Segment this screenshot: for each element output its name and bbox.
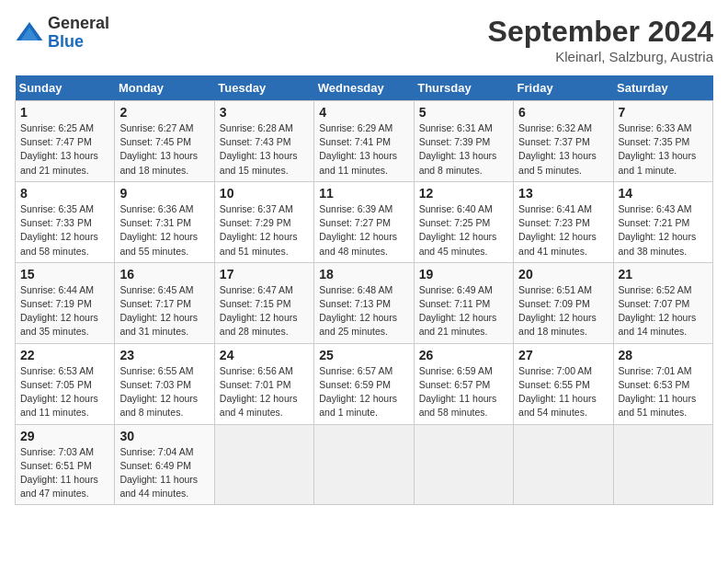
day-info: Sunrise: 6:36 AMSunset: 7:31 PMDaylight:… xyxy=(119,202,209,259)
calendar-cell: 1 Sunrise: 6:25 AMSunset: 7:47 PMDayligh… xyxy=(16,101,115,182)
calendar-cell: 5 Sunrise: 6:31 AMSunset: 7:39 PMDayligh… xyxy=(414,101,513,182)
day-info: Sunrise: 6:59 AMSunset: 6:57 PMDaylight:… xyxy=(419,364,508,420)
day-info: Sunrise: 6:57 AMSunset: 6:59 PMDaylight:… xyxy=(319,364,408,420)
day-number: 9 xyxy=(119,186,209,201)
day-number: 21 xyxy=(619,267,708,282)
title-block: September 2024 Kleinarl, Salzburg, Austr… xyxy=(488,15,713,64)
day-number: 27 xyxy=(518,348,608,362)
calendar-cell: 26 Sunrise: 6:59 AMSunset: 6:57 PMDaylig… xyxy=(414,343,513,424)
day-info: Sunrise: 6:55 AMSunset: 7:03 PMDaylight:… xyxy=(119,364,209,420)
header-day: Thursday xyxy=(414,75,513,101)
calendar-cell: 19 Sunrise: 6:49 AMSunset: 7:11 PMDaylig… xyxy=(414,262,513,343)
day-number: 13 xyxy=(518,186,608,201)
calendar-cell: 16 Sunrise: 6:45 AMSunset: 7:17 PMDaylig… xyxy=(115,262,214,343)
calendar-cell: 12 Sunrise: 6:40 AMSunset: 7:25 PMDaylig… xyxy=(414,181,513,262)
day-info: Sunrise: 7:00 AMSunset: 6:55 PMDaylight:… xyxy=(518,364,608,420)
day-info: Sunrise: 6:56 AMSunset: 7:01 PMDaylight:… xyxy=(220,364,309,420)
day-number: 29 xyxy=(20,429,109,443)
day-info: Sunrise: 7:04 AMSunset: 6:49 PMDaylight:… xyxy=(119,445,209,501)
logo-general: General xyxy=(48,14,109,32)
calendar-cell: 8 Sunrise: 6:35 AMSunset: 7:33 PMDayligh… xyxy=(16,181,115,262)
calendar-week-row: 22 Sunrise: 6:53 AMSunset: 7:05 PMDaylig… xyxy=(16,343,713,424)
day-number: 6 xyxy=(518,105,608,120)
calendar-table: SundayMondayTuesdayWednesdayThursdayFrid… xyxy=(15,75,713,505)
calendar-cell: 4 Sunrise: 6:29 AMSunset: 7:41 PMDayligh… xyxy=(314,101,414,182)
day-number: 12 xyxy=(419,186,508,201)
day-number: 15 xyxy=(20,267,109,282)
calendar-cell: 17 Sunrise: 6:47 AMSunset: 7:15 PMDaylig… xyxy=(214,262,313,343)
day-number: 24 xyxy=(220,348,309,362)
day-info: Sunrise: 6:53 AMSunset: 7:05 PMDaylight:… xyxy=(20,364,109,420)
day-info: Sunrise: 6:28 AMSunset: 7:43 PMDaylight:… xyxy=(220,121,309,178)
day-info: Sunrise: 6:35 AMSunset: 7:33 PMDaylight:… xyxy=(20,202,109,259)
calendar-cell: 2 Sunrise: 6:27 AMSunset: 7:45 PMDayligh… xyxy=(115,101,214,182)
calendar-cell xyxy=(514,424,613,505)
day-info: Sunrise: 6:41 AMSunset: 7:23 PMDaylight:… xyxy=(518,202,608,259)
day-info: Sunrise: 6:47 AMSunset: 7:15 PMDaylight:… xyxy=(220,283,309,339)
day-number: 28 xyxy=(619,348,708,362)
header-day: Wednesday xyxy=(314,75,414,101)
header-row: SundayMondayTuesdayWednesdayThursdayFrid… xyxy=(16,75,713,101)
calendar-cell: 21 Sunrise: 6:52 AMSunset: 7:07 PMDaylig… xyxy=(613,262,712,343)
calendar-body: 1 Sunrise: 6:25 AMSunset: 7:47 PMDayligh… xyxy=(16,101,713,505)
day-info: Sunrise: 7:01 AMSunset: 6:53 PMDaylight:… xyxy=(619,364,708,420)
calendar-cell: 28 Sunrise: 7:01 AMSunset: 6:53 PMDaylig… xyxy=(613,343,712,424)
day-info: Sunrise: 6:51 AMSunset: 7:09 PMDaylight:… xyxy=(518,283,608,339)
calendar-cell xyxy=(613,424,712,505)
calendar-cell: 20 Sunrise: 6:51 AMSunset: 7:09 PMDaylig… xyxy=(514,262,613,343)
day-info: Sunrise: 6:43 AMSunset: 7:21 PMDaylight:… xyxy=(619,202,708,259)
calendar-cell: 9 Sunrise: 6:36 AMSunset: 7:31 PMDayligh… xyxy=(115,181,214,262)
header-day: Saturday xyxy=(613,75,712,101)
day-info: Sunrise: 6:44 AMSunset: 7:19 PMDaylight:… xyxy=(20,283,109,339)
calendar-cell: 30 Sunrise: 7:04 AMSunset: 6:49 PMDaylig… xyxy=(115,424,214,505)
location: Kleinarl, Salzburg, Austria xyxy=(488,49,713,64)
day-number: 4 xyxy=(319,105,408,120)
day-number: 7 xyxy=(619,105,708,120)
calendar-week-row: 8 Sunrise: 6:35 AMSunset: 7:33 PMDayligh… xyxy=(16,181,713,262)
day-info: Sunrise: 6:25 AMSunset: 7:47 PMDaylight:… xyxy=(20,121,109,178)
day-info: Sunrise: 6:29 AMSunset: 7:41 PMDaylight:… xyxy=(319,121,408,178)
day-number: 8 xyxy=(20,186,109,201)
calendar-week-row: 15 Sunrise: 6:44 AMSunset: 7:19 PMDaylig… xyxy=(16,262,713,343)
calendar-cell: 23 Sunrise: 6:55 AMSunset: 7:03 PMDaylig… xyxy=(115,343,214,424)
day-number: 20 xyxy=(518,267,608,282)
day-number: 26 xyxy=(419,348,508,362)
logo-blue-text: Blue xyxy=(48,32,84,51)
day-number: 14 xyxy=(619,186,708,201)
header-day: Tuesday xyxy=(214,75,313,101)
month-year: September 2024 xyxy=(488,15,713,49)
calendar-header: SundayMondayTuesdayWednesdayThursdayFrid… xyxy=(16,75,713,101)
header-day: Sunday xyxy=(16,75,115,101)
day-number: 17 xyxy=(220,267,309,282)
calendar-cell: 3 Sunrise: 6:28 AMSunset: 7:43 PMDayligh… xyxy=(214,101,313,182)
calendar-cell xyxy=(314,424,414,505)
day-info: Sunrise: 6:49 AMSunset: 7:11 PMDaylight:… xyxy=(419,283,508,339)
day-number: 5 xyxy=(419,105,508,120)
header-day: Friday xyxy=(514,75,613,101)
logo-icon xyxy=(15,18,44,48)
calendar-cell: 29 Sunrise: 7:03 AMSunset: 6:51 PMDaylig… xyxy=(16,424,115,505)
day-number: 1 xyxy=(20,105,109,120)
calendar-cell: 13 Sunrise: 6:41 AMSunset: 7:23 PMDaylig… xyxy=(514,181,613,262)
calendar-week-row: 29 Sunrise: 7:03 AMSunset: 6:51 PMDaylig… xyxy=(16,424,713,505)
calendar-cell: 18 Sunrise: 6:48 AMSunset: 7:13 PMDaylig… xyxy=(314,262,414,343)
day-number: 10 xyxy=(220,186,309,201)
day-info: Sunrise: 6:31 AMSunset: 7:39 PMDaylight:… xyxy=(419,121,508,178)
calendar-cell: 11 Sunrise: 6:39 AMSunset: 7:27 PMDaylig… xyxy=(314,181,414,262)
day-number: 19 xyxy=(419,267,508,282)
header-day: Monday xyxy=(115,75,214,101)
day-info: Sunrise: 6:45 AMSunset: 7:17 PMDaylight:… xyxy=(119,283,209,339)
calendar-cell: 6 Sunrise: 6:32 AMSunset: 7:37 PMDayligh… xyxy=(514,101,613,182)
day-number: 23 xyxy=(119,348,209,362)
logo: General Blue xyxy=(15,15,109,52)
day-number: 11 xyxy=(319,186,408,201)
calendar-cell: 14 Sunrise: 6:43 AMSunset: 7:21 PMDaylig… xyxy=(613,181,712,262)
day-info: Sunrise: 6:52 AMSunset: 7:07 PMDaylight:… xyxy=(619,283,708,339)
calendar-cell: 25 Sunrise: 6:57 AMSunset: 6:59 PMDaylig… xyxy=(314,343,414,424)
logo-text: General Blue xyxy=(48,15,109,52)
day-info: Sunrise: 7:03 AMSunset: 6:51 PMDaylight:… xyxy=(20,445,109,501)
day-info: Sunrise: 6:48 AMSunset: 7:13 PMDaylight:… xyxy=(319,283,408,339)
calendar-week-row: 1 Sunrise: 6:25 AMSunset: 7:47 PMDayligh… xyxy=(16,101,713,182)
day-number: 16 xyxy=(119,267,209,282)
calendar-cell xyxy=(414,424,513,505)
